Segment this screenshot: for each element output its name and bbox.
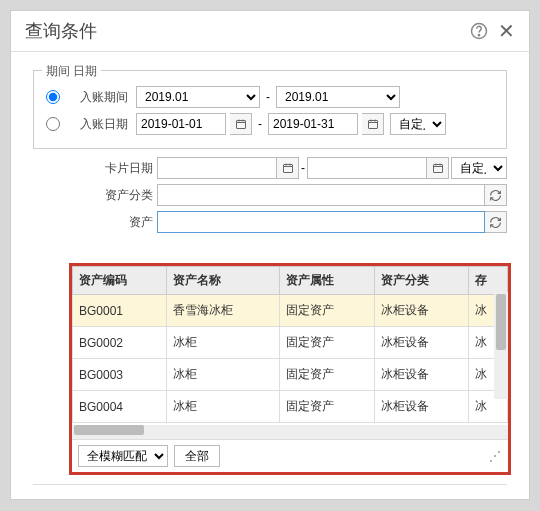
calendar-icon[interactable] xyxy=(427,157,449,179)
period-fieldset: 期间 日期 入账期间 2019.01 - 2019.01 入账日期 - 自定义 xyxy=(33,70,507,149)
table-cell: BG0001 xyxy=(73,295,167,327)
vertical-scrollbar[interactable] xyxy=(494,292,508,399)
table-cell: 固定资产 xyxy=(280,359,374,391)
asset-input[interactable] xyxy=(157,211,485,233)
period-label: 入账期间 xyxy=(72,89,128,106)
card-date-from[interactable] xyxy=(157,157,277,179)
svg-point-1 xyxy=(478,35,479,36)
svg-rect-4 xyxy=(283,165,292,173)
close-icon[interactable]: ✕ xyxy=(498,21,515,41)
popup-footer: 全模糊匹配 全部 ⋰ xyxy=(72,439,508,472)
title-bar: 查询条件 ✕ xyxy=(11,11,529,52)
table-cell: 冰柜 xyxy=(167,327,280,359)
table-cell: 固定资产 xyxy=(280,295,374,327)
table-cell: 冰柜设备 xyxy=(374,327,468,359)
table-cell: 冰柜 xyxy=(167,359,280,391)
card-date-label: 卡片日期 xyxy=(33,160,153,177)
asset-table: 资产编码 资产名称 资产属性 资产分类 存 BG0001香雪海冰柜固定资产冰柜设… xyxy=(72,266,508,423)
period-from-select[interactable]: 2019.01 xyxy=(136,86,260,108)
category-label: 资产分类 xyxy=(33,187,153,204)
table-cell: 冰柜设备 xyxy=(374,295,468,327)
table-row[interactable]: BG0001香雪海冰柜固定资产冰柜设备冰 xyxy=(73,295,508,327)
table-cell: BG0002 xyxy=(73,327,167,359)
dialog: 查询条件 ✕ 期间 日期 入账期间 2019.01 - 2019.01 入账日期… xyxy=(10,10,530,500)
svg-rect-3 xyxy=(368,121,377,129)
date-from-input[interactable] xyxy=(136,113,226,135)
calendar-icon[interactable] xyxy=(230,113,252,135)
date-label: 入账日期 xyxy=(72,116,128,133)
card-date-to[interactable] xyxy=(307,157,427,179)
table-row[interactable]: BG0003冰柜固定资产冰柜设备冰 xyxy=(73,359,508,391)
table-row[interactable]: BG0004冰柜固定资产冰柜设备冰 xyxy=(73,391,508,423)
divider xyxy=(33,484,507,485)
date-to-input[interactable] xyxy=(268,113,358,135)
refresh-icon[interactable] xyxy=(485,211,507,233)
dash: - xyxy=(258,117,262,131)
col-cat[interactable]: 资产分类 xyxy=(374,267,468,295)
table-cell: 固定资产 xyxy=(280,327,374,359)
card-custom-select[interactable]: 自定义 xyxy=(451,157,507,179)
dash: - xyxy=(266,90,270,104)
fieldset-legend: 期间 日期 xyxy=(42,63,101,80)
horizontal-scrollbar[interactable] xyxy=(72,425,508,439)
period-radio[interactable] xyxy=(46,90,60,104)
table-cell: BG0003 xyxy=(73,359,167,391)
table-row[interactable]: BG0002冰柜固定资产冰柜设备冰 xyxy=(73,327,508,359)
col-code[interactable]: 资产编码 xyxy=(73,267,167,295)
dialog-title: 查询条件 xyxy=(25,19,470,43)
help-icon[interactable] xyxy=(470,22,488,40)
svg-rect-2 xyxy=(236,121,245,129)
svg-rect-5 xyxy=(433,165,442,173)
all-button[interactable]: 全部 xyxy=(174,445,220,467)
period-to-select[interactable]: 2019.01 xyxy=(276,86,400,108)
refresh-icon[interactable] xyxy=(485,184,507,206)
table-cell: BG0004 xyxy=(73,391,167,423)
table-cell: 固定资产 xyxy=(280,391,374,423)
col-name[interactable]: 资产名称 xyxy=(167,267,280,295)
table-cell: 香雪海冰柜 xyxy=(167,295,280,327)
col-attr[interactable]: 资产属性 xyxy=(280,267,374,295)
category-input[interactable] xyxy=(157,184,485,206)
calendar-icon[interactable] xyxy=(277,157,299,179)
more-icon[interactable]: ⋰ xyxy=(489,449,502,463)
form-area: 卡片日期 - 自定义 资产分类 资产 xyxy=(33,157,507,233)
date-custom-select[interactable]: 自定义 xyxy=(390,113,446,135)
match-mode-select[interactable]: 全模糊匹配 xyxy=(78,445,168,467)
calendar-icon[interactable] xyxy=(362,113,384,135)
table-cell: 冰柜设备 xyxy=(374,359,468,391)
asset-label: 资产 xyxy=(33,214,153,231)
table-cell: 冰柜设备 xyxy=(374,391,468,423)
table-cell: 冰柜 xyxy=(167,391,280,423)
date-radio[interactable] xyxy=(46,117,60,131)
col-store[interactable]: 存 xyxy=(469,267,508,295)
asset-lookup-popup: 资产编码 资产名称 资产属性 资产分类 存 BG0001香雪海冰柜固定资产冰柜设… xyxy=(69,263,511,475)
